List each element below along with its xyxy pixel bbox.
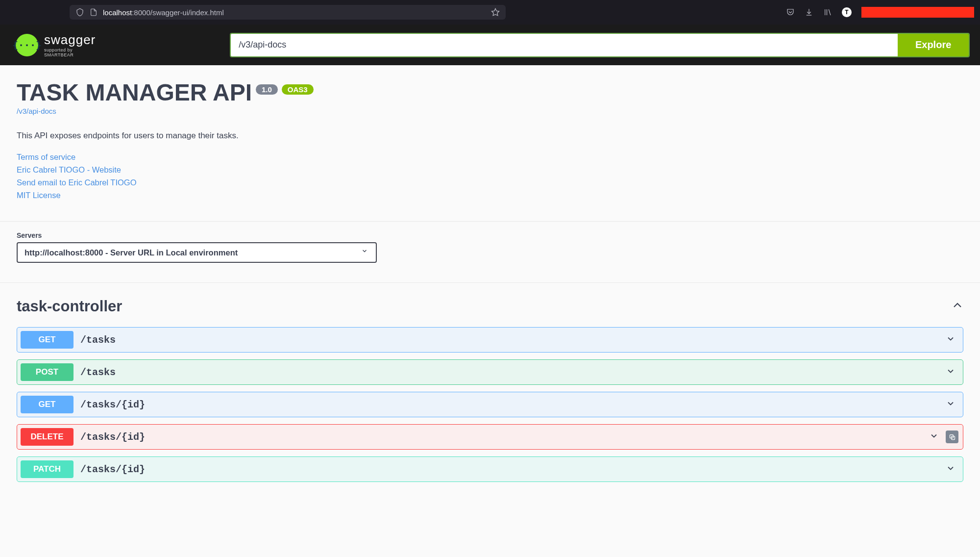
opblock-post-1[interactable]: POST/tasks xyxy=(17,359,963,385)
op-path: /tasks/{id} xyxy=(80,431,929,443)
browser-chrome: localhost:8000/swagger-ui/index.html T xyxy=(0,0,980,25)
explore-button[interactable]: Explore xyxy=(898,34,969,56)
tag-header[interactable]: task-controller xyxy=(17,298,963,320)
contact-website-link[interactable]: Eric Cabrel TIOGO - Website xyxy=(17,163,963,176)
pocket-icon[interactable] xyxy=(786,8,795,17)
chevron-down-icon xyxy=(946,399,956,410)
method-badge: PATCH xyxy=(21,460,74,478)
contact-email-link[interactable]: Send email to Eric Cabrel TIOGO xyxy=(17,176,963,189)
url-text: localhost:8000/swagger-ui/index.html xyxy=(103,8,486,17)
logo-title: swagger xyxy=(44,32,96,48)
tag-section: task-controller GET/tasksPOST/tasksGET/t… xyxy=(0,282,980,502)
svg-line-3 xyxy=(829,9,831,15)
method-badge: DELETE xyxy=(21,428,74,446)
server-select[interactable]: http://localhost:8000 - Server URL in Lo… xyxy=(17,242,377,263)
logo-subtitle: supported by SMARTBEAR xyxy=(44,48,96,57)
op-path: /tasks/{id} xyxy=(80,464,946,475)
method-badge: GET xyxy=(21,396,74,413)
document-icon xyxy=(89,8,98,17)
download-icon[interactable] xyxy=(805,8,813,17)
servers-block: Servers http://localhost:8000 - Server U… xyxy=(0,221,980,282)
license-link[interactable]: MIT License xyxy=(17,189,963,202)
url-bar[interactable]: localhost:8000/swagger-ui/index.html xyxy=(70,5,506,20)
swagger-header: {···} swagger supported by SMARTBEAR Exp… xyxy=(0,25,980,65)
api-docs-link[interactable]: /v3/api-docs xyxy=(17,107,963,115)
op-path: /tasks/{id} xyxy=(80,399,946,410)
method-badge: POST xyxy=(21,363,74,381)
user-avatar-icon[interactable]: T xyxy=(842,7,852,17)
shield-icon xyxy=(75,8,84,17)
terms-link[interactable]: Terms of service xyxy=(17,151,963,163)
version-pill: 1.0 xyxy=(256,84,278,95)
op-path: /tasks xyxy=(80,334,946,346)
tag-name: task-controller xyxy=(17,298,122,315)
info-block: TASK MANAGER API 1.0 OAS3 /v3/api-docs T… xyxy=(0,65,980,221)
chrome-icons-group: T xyxy=(786,7,974,18)
opblock-get-0[interactable]: GET/tasks xyxy=(17,327,963,353)
bookmark-star-icon[interactable] xyxy=(491,8,500,17)
redacted-block xyxy=(861,7,974,18)
chevron-down-icon xyxy=(946,366,956,378)
op-path: /tasks xyxy=(80,367,946,378)
opblock-get-2[interactable]: GET/tasks/{id} xyxy=(17,392,963,417)
chevron-down-icon xyxy=(946,463,956,475)
api-title: TASK MANAGER API xyxy=(17,79,252,106)
svg-marker-0 xyxy=(492,9,499,16)
chevron-down-icon xyxy=(929,431,939,443)
oas-pill: OAS3 xyxy=(282,84,314,95)
copy-icon[interactable] xyxy=(946,430,958,443)
api-description: This API exposes endpoints for users to … xyxy=(17,131,963,141)
method-badge: GET xyxy=(21,331,74,349)
opblock-patch-4[interactable]: PATCH/tasks/{id} xyxy=(17,456,963,482)
explore-input[interactable] xyxy=(231,34,898,56)
explore-group: Explore xyxy=(230,33,970,57)
swagger-logo-icon: {···} xyxy=(16,34,38,56)
servers-label: Servers xyxy=(17,231,963,239)
chevron-down-icon xyxy=(946,334,956,346)
opblock-delete-3[interactable]: DELETE/tasks/{id} xyxy=(17,424,963,450)
chevron-up-icon xyxy=(952,300,963,313)
swagger-logo[interactable]: {···} swagger supported by SMARTBEAR xyxy=(16,32,96,57)
library-icon[interactable] xyxy=(823,8,832,17)
